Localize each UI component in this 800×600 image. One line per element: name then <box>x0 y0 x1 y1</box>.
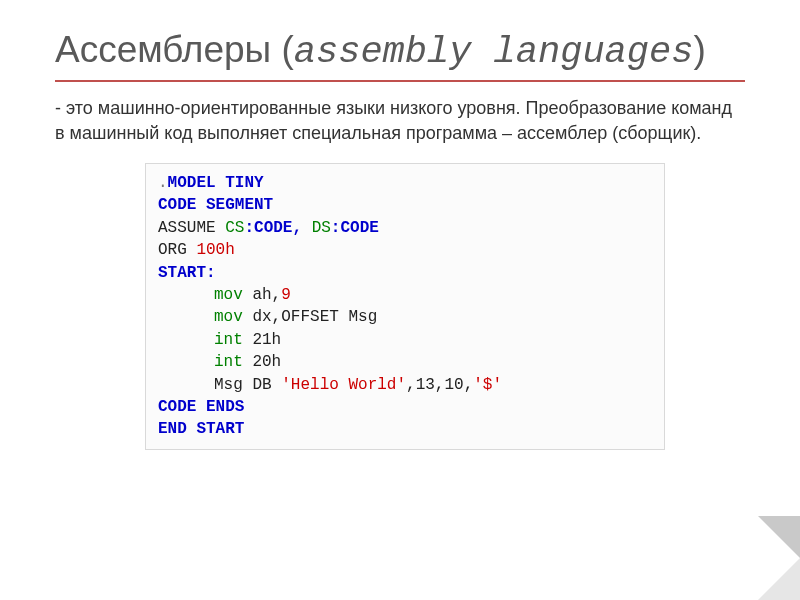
code-token: MODEL TINY <box>168 174 264 192</box>
slide: Ассемблеры (assembly languages) - это ма… <box>0 0 800 600</box>
code-token: CODE <box>340 219 378 237</box>
code-token: 21h <box>243 331 281 349</box>
code-token: ASSUME <box>158 219 225 237</box>
title-underline <box>55 80 745 82</box>
code-token: : <box>331 219 341 237</box>
code-token: '$' <box>473 376 502 394</box>
page-corner-fold <box>758 558 800 600</box>
title-subtitle: assembly languages <box>294 31 694 73</box>
title-paren-close: ) <box>693 29 705 70</box>
code-token: : <box>206 264 216 282</box>
code-block: .MODEL TINY CODE SEGMENT ASSUME CS:CODE,… <box>145 163 665 450</box>
code-token: : <box>244 219 254 237</box>
code-token: CS <box>225 219 244 237</box>
code-token: dx,OFFSET Msg <box>243 308 377 326</box>
code-token: 9 <box>281 286 291 304</box>
title-main: Ассемблеры <box>55 29 271 70</box>
code-token: START <box>158 264 206 282</box>
code-token: START <box>196 420 244 438</box>
code-token: int <box>214 331 243 349</box>
code-token: 100h <box>196 241 234 259</box>
code-token: ah, <box>243 286 281 304</box>
code-token: Msg DB <box>214 376 281 394</box>
code-token: ,13,10, <box>406 376 473 394</box>
code-token: CODE <box>254 219 292 237</box>
code-token: CODE SEGMENT <box>158 196 273 214</box>
code-token: 'Hello World' <box>281 376 406 394</box>
code-token: , <box>292 219 311 237</box>
title-paren-open: ( <box>271 29 294 70</box>
code-token: DS <box>312 219 331 237</box>
slide-title: Ассемблеры (assembly languages) <box>55 28 745 74</box>
code-token: mov <box>214 308 243 326</box>
code-token: 20h <box>243 353 281 371</box>
code-token: END <box>158 420 196 438</box>
code-token: ORG <box>158 241 196 259</box>
slide-description: - это машинно-ориентированные языки низк… <box>55 96 745 145</box>
code-token: CODE ENDS <box>158 398 244 416</box>
code-token: . <box>158 174 168 192</box>
code-token: mov <box>214 286 243 304</box>
code-token: int <box>214 353 243 371</box>
